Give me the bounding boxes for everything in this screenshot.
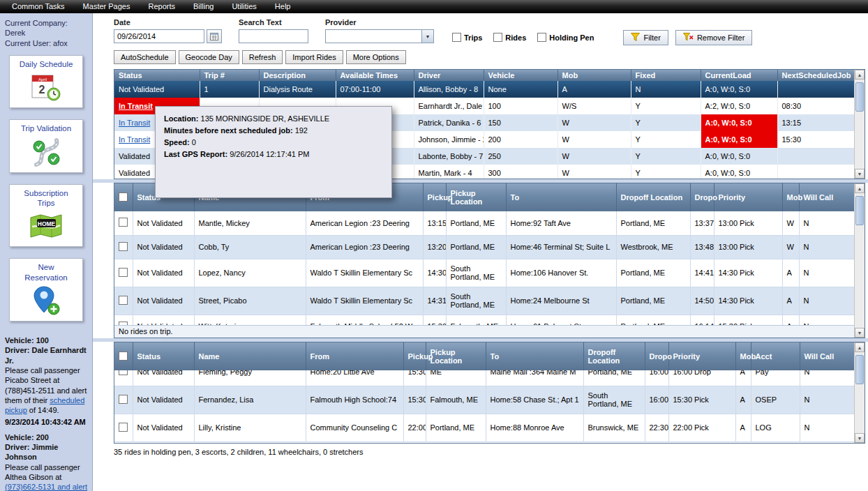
column-header-dropoff-location[interactable]: Dropoff Location bbox=[616, 183, 690, 211]
column-header-currentload[interactable]: CurrentLoad bbox=[701, 70, 777, 81]
column-header-pickup-location[interactable]: Pickup Location bbox=[426, 342, 486, 370]
trip-status-link[interactable]: In Transit bbox=[119, 135, 150, 144]
row-checkbox[interactable] bbox=[119, 242, 128, 251]
menu-common-tasks[interactable]: Common Tasks bbox=[3, 0, 74, 13]
cell-will-call: N bbox=[799, 287, 854, 315]
ride-row[interactable]: Not Validated Fernandez, Lisa Falmouth H… bbox=[114, 386, 854, 414]
column-header-pickup-location[interactable]: Pickup Location bbox=[446, 183, 506, 211]
column-header-select[interactable] bbox=[114, 183, 133, 211]
filter-button[interactable]: Filter bbox=[623, 30, 668, 45]
column-header-status[interactable]: Status bbox=[114, 70, 200, 81]
column-header-fixed[interactable]: Fixed bbox=[631, 70, 701, 81]
search-input[interactable] bbox=[239, 29, 308, 43]
sidebar-item-label: Daily Schedule bbox=[19, 59, 73, 69]
calendar-picker-icon[interactable] bbox=[207, 29, 222, 43]
ride-row[interactable]: Not Validated Mantle, Mickey American Le… bbox=[114, 211, 854, 235]
scroll-up-icon[interactable]: ▲ bbox=[855, 183, 865, 193]
sidebar-item-trip-validation[interactable]: Trip Validation bbox=[9, 119, 83, 172]
column-header-mob[interactable]: Mob bbox=[782, 183, 799, 211]
select-all-checkbox[interactable] bbox=[119, 352, 128, 361]
column-header-dropoff[interactable]: Dropo bbox=[645, 342, 668, 370]
column-header-priority[interactable]: Priority bbox=[668, 342, 735, 370]
scrollbar-track[interactable] bbox=[855, 80, 865, 169]
scrollbar-track[interactable] bbox=[855, 352, 865, 433]
ride-row[interactable]: Not Validated Fleming, Peggy Home:20 Lit… bbox=[114, 370, 854, 386]
column-header-to[interactable]: To bbox=[486, 342, 583, 370]
refresh-button[interactable]: Refresh bbox=[242, 50, 283, 64]
column-header-to[interactable]: To bbox=[506, 183, 616, 211]
scroll-down-icon[interactable]: ▼ bbox=[855, 328, 865, 338]
column-header-driver[interactable]: Driver bbox=[414, 70, 484, 81]
row-checkbox[interactable] bbox=[119, 296, 128, 305]
column-header-select[interactable] bbox=[114, 342, 133, 370]
holding-pen-checkbox[interactable]: Holding Pen bbox=[537, 33, 594, 42]
menu-master-pages[interactable]: Master Pages bbox=[74, 0, 140, 13]
geocode-day-button[interactable]: Geocode Day bbox=[179, 50, 239, 64]
row-checkbox[interactable] bbox=[119, 268, 128, 277]
column-header-priority[interactable]: Priority bbox=[714, 183, 782, 211]
column-header-nextscheduledjob[interactable]: NextScheduledJob bbox=[777, 70, 854, 81]
row-checkbox[interactable] bbox=[119, 370, 128, 375]
scroll-up-icon[interactable]: ▲ bbox=[855, 342, 865, 352]
scrollbar-thumb[interactable] bbox=[855, 82, 864, 112]
provider-select[interactable] bbox=[325, 29, 421, 43]
vertical-scrollbar[interactable]: ▲ ▼ bbox=[854, 183, 865, 338]
column-header-description[interactable]: Description bbox=[259, 70, 336, 81]
ride-row[interactable]: Not Validated Witt, Katarina Falmouth Mi… bbox=[114, 315, 854, 325]
trip-row[interactable]: Not Validated 1 Dialysis Route 07:00-11:… bbox=[114, 81, 854, 98]
sidebar-item-daily-schedule[interactable]: Daily Schedule April 2 bbox=[9, 55, 83, 108]
scrollbar-thumb[interactable] bbox=[855, 196, 864, 225]
column-header-pickup[interactable]: Pickup bbox=[403, 342, 426, 370]
column-header-name[interactable]: Name bbox=[194, 342, 306, 370]
column-header-will-call[interactable]: Will Call bbox=[799, 183, 854, 211]
ride-row[interactable]: Not Validated Lopez, Nancy Waldo T Skill… bbox=[114, 259, 854, 287]
ride-row[interactable]: Not Validated Street, Picabo Waldo T Ski… bbox=[114, 287, 854, 315]
session-info: Current Company: Derek Current User: afo… bbox=[0, 13, 92, 55]
column-header-vehicle[interactable]: Vehicle bbox=[484, 70, 558, 81]
phone-link[interactable]: (973)662-5131 and alert bbox=[5, 483, 87, 491]
column-header-dropoff[interactable]: Dropo bbox=[690, 183, 714, 211]
select-all-checkbox[interactable] bbox=[119, 192, 128, 202]
remove-filter-button[interactable]: Remove Filter bbox=[675, 30, 752, 45]
column-header-mob[interactable]: Mob bbox=[735, 342, 751, 370]
scroll-down-icon[interactable]: ▼ bbox=[855, 433, 865, 443]
ride-row[interactable]: Not Validated Lilly, Kristine Community … bbox=[114, 414, 854, 441]
autoschedule-button[interactable]: AutoSchedule bbox=[114, 50, 176, 64]
cell-status: Not Validated bbox=[133, 370, 194, 386]
sidebar-item-new-reservation[interactable]: New Reservation bbox=[9, 258, 83, 322]
menu-reports[interactable]: Reports bbox=[139, 0, 184, 13]
more-options-button[interactable]: More Options bbox=[346, 50, 406, 64]
date-input[interactable] bbox=[114, 29, 204, 43]
scrollbar-track[interactable] bbox=[855, 193, 865, 328]
column-header-dropoff-location[interactable]: Dropoff Location bbox=[583, 342, 645, 370]
row-checkbox[interactable] bbox=[119, 218, 128, 227]
column-header-status[interactable]: Status bbox=[133, 342, 194, 370]
menu-help[interactable]: Help bbox=[266, 0, 300, 13]
scrollbar-thumb[interactable] bbox=[855, 355, 864, 384]
row-checkbox[interactable] bbox=[119, 423, 128, 432]
ride-row[interactable]: Not Validated Cobb, Ty American Legion :… bbox=[114, 235, 854, 259]
scroll-up-icon[interactable]: ▲ bbox=[855, 70, 865, 80]
scroll-down-icon[interactable]: ▼ bbox=[855, 169, 865, 179]
import-rides-button[interactable]: Import Rides bbox=[285, 50, 343, 64]
row-checkbox[interactable] bbox=[119, 322, 128, 326]
column-header-trip[interactable]: Trip # bbox=[200, 70, 259, 81]
column-header-available-times[interactable]: Available Times bbox=[336, 70, 414, 81]
column-header-will-call[interactable]: Will Call bbox=[800, 342, 854, 370]
trips-checkbox[interactable]: Trips bbox=[452, 33, 482, 42]
chevron-down-icon[interactable]: ▼ bbox=[421, 29, 434, 43]
trip-status-link[interactable]: In Transit bbox=[119, 119, 150, 127]
rides-checkbox[interactable]: Rides bbox=[493, 33, 526, 42]
column-header-mob[interactable]: Mob bbox=[558, 70, 631, 81]
sidebar-item-subscription-trips[interactable]: Subscription Trips HOME bbox=[9, 184, 83, 248]
column-header-pickup[interactable]: Pickup bbox=[423, 183, 446, 211]
menu-utilities[interactable]: Utilities bbox=[223, 0, 265, 13]
menu-billing[interactable]: Billing bbox=[184, 0, 223, 13]
trip-status-link[interactable]: In Transit bbox=[119, 102, 153, 110]
column-header-from[interactable]: From bbox=[306, 342, 403, 370]
cell-to: Home:24 Melbourne St bbox=[506, 287, 616, 315]
column-header-acct[interactable]: Acct bbox=[751, 342, 800, 370]
row-checkbox[interactable] bbox=[119, 395, 128, 404]
vertical-scrollbar[interactable]: ▲ ▼ bbox=[854, 342, 865, 443]
vertical-scrollbar[interactable]: ▲ ▼ bbox=[854, 70, 865, 179]
